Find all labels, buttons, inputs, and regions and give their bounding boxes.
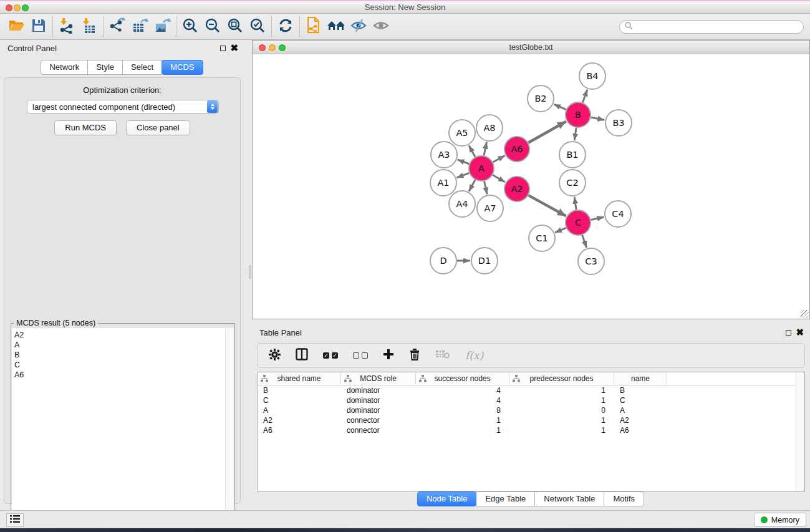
import-table-button[interactable] — [78, 16, 100, 37]
table-row[interactable]: Adominator80A — [258, 405, 804, 415]
edge-A2-C[interactable] — [528, 195, 566, 216]
close-panel-icon[interactable]: ✖ — [230, 45, 238, 51]
search-field[interactable] — [619, 20, 804, 34]
edge-A-A7[interactable] — [484, 181, 487, 195]
edge-B-B1[interactable] — [574, 128, 576, 140]
table-cell[interactable]: C — [258, 395, 341, 405]
show-all-button[interactable] — [370, 16, 392, 37]
table-row[interactable]: Cdominator41C — [258, 395, 804, 405]
function-builder-button[interactable]: f(x) — [465, 349, 483, 362]
column-header-name[interactable]: name — [614, 372, 667, 385]
edge-C-C4[interactable] — [591, 217, 604, 220]
zoom-in-button[interactable] — [179, 16, 201, 37]
edge-B-B2[interactable] — [554, 104, 566, 110]
edge-C-C1[interactable] — [555, 228, 566, 233]
table-cell[interactable]: dominator — [341, 385, 416, 395]
tab-style[interactable]: Style — [87, 60, 123, 75]
float-panel-icon[interactable] — [220, 46, 226, 51]
table-cell[interactable]: dominator — [341, 405, 416, 415]
vertical-splitter-grip[interactable] — [249, 265, 251, 279]
mcds-result-item[interactable]: C — [14, 360, 226, 370]
edge-B-B3[interactable] — [591, 117, 605, 120]
edge-A-A5[interactable] — [469, 145, 475, 157]
table-cell[interactable]: dominator — [341, 395, 416, 405]
tab-node-table[interactable]: Node Table — [417, 491, 477, 506]
open-file-button[interactable] — [5, 16, 27, 37]
table-cell[interactable]: A2 — [614, 415, 667, 425]
table-cell[interactable]: 1 — [416, 425, 509, 435]
edge-A-A4[interactable] — [469, 180, 475, 191]
new-network-from-selection-button[interactable] — [302, 16, 325, 37]
export-table-button[interactable] — [128, 16, 151, 37]
zoom-window-button[interactable] — [22, 4, 29, 11]
mcds-result-item[interactable]: B — [14, 350, 226, 360]
edge-A6-B[interactable] — [528, 122, 566, 143]
zoom-selected-button[interactable] — [246, 16, 269, 37]
table-row[interactable]: Bdominator41B — [258, 385, 804, 395]
float-table-panel-icon[interactable] — [786, 330, 791, 336]
column-header-successor-nodes[interactable]: successor nodes — [416, 372, 509, 385]
edge-C-C2[interactable] — [574, 197, 576, 210]
table-cell[interactable]: connector — [341, 425, 416, 435]
zoom-out-button[interactable] — [201, 16, 224, 37]
column-header-predecessor-nodes[interactable]: predecessor nodes — [509, 372, 614, 385]
edge-A-A6[interactable] — [493, 156, 504, 162]
table-cell[interactable]: A — [258, 405, 341, 415]
tab-network-table[interactable]: Network Table — [534, 491, 604, 506]
table-row[interactable]: A6connector11A6 — [258, 425, 804, 435]
tab-edge-table[interactable]: Edge Table — [476, 491, 535, 506]
zoom-fit-button[interactable] — [224, 16, 246, 37]
delete-column-button[interactable] — [409, 348, 420, 363]
table-cell[interactable]: 1 — [509, 425, 614, 435]
table-row[interactable]: A2connector11A2 — [258, 415, 804, 425]
deselect-all-columns-button[interactable] — [353, 352, 368, 359]
optimization-criterion-select[interactable]: largest connected component (directed) — [27, 100, 219, 114]
table-cell[interactable]: 1 — [509, 415, 614, 425]
edge-A-A8[interactable] — [484, 142, 486, 156]
mcds-result-item[interactable]: A6 — [14, 370, 226, 380]
table-cell[interactable]: 1 — [509, 385, 614, 395]
edge-C-C3[interactable] — [582, 235, 587, 248]
save-session-button[interactable] — [27, 16, 50, 37]
memory-button[interactable]: Memory — [754, 513, 806, 527]
edge-B-B4[interactable] — [582, 90, 587, 103]
table-scrollbar[interactable] — [796, 372, 804, 491]
export-network-button[interactable] — [106, 16, 128, 37]
table-cell[interactable]: A — [614, 405, 667, 415]
mcds-result-item[interactable]: A — [14, 340, 226, 350]
table-cell[interactable]: B — [258, 385, 341, 395]
mcds-result-item[interactable]: A2 — [14, 330, 226, 340]
resize-grip-icon[interactable] — [801, 310, 809, 318]
table-settings-button[interactable] — [269, 349, 281, 363]
tab-motifs[interactable]: Motifs — [604, 491, 644, 506]
run-mcds-button[interactable]: Run MCDS — [54, 120, 117, 135]
table-cell[interactable]: 4 — [416, 385, 509, 395]
table-cell[interactable]: 0 — [509, 405, 614, 415]
network-window-titlebar[interactable]: testGlobe.txt — [253, 41, 809, 54]
refresh-button[interactable] — [274, 16, 297, 37]
tab-select[interactable]: Select — [122, 60, 162, 75]
result-scrollbar[interactable] — [225, 328, 234, 532]
table-cell[interactable]: 8 — [416, 405, 509, 415]
first-neighbors-button[interactable] — [325, 16, 347, 37]
close-window-button[interactable] — [6, 4, 12, 11]
hide-selected-button[interactable] — [347, 16, 370, 37]
table-cell[interactable]: 4 — [416, 395, 509, 405]
tab-mcds[interactable]: MCDS — [162, 60, 203, 75]
table-cell[interactable]: B — [614, 385, 667, 395]
network-graph-canvas[interactable]: AA1A2A3A4A5A6A7A8BB1B2B3B4CC1C2C3C4DD1 — [253, 55, 809, 319]
column-header-shared-name[interactable]: shared name — [258, 372, 341, 385]
network-zoom-button[interactable] — [279, 44, 286, 51]
show-panels-button[interactable] — [6, 513, 24, 527]
network-close-button[interactable] — [259, 44, 266, 51]
edge-A-A3[interactable] — [458, 160, 470, 164]
table-cell[interactable]: connector — [341, 415, 416, 425]
export-image-button[interactable] — [151, 16, 173, 37]
delete-table-button[interactable] — [435, 349, 450, 362]
create-column-button[interactable] — [383, 349, 394, 362]
table-cell[interactable]: C — [614, 395, 667, 405]
titlebar[interactable]: Session: New Session — [0, 1, 810, 14]
column-header-MCDS-role[interactable]: MCDS role — [341, 372, 416, 385]
close-panel-button[interactable]: Close panel — [126, 120, 190, 135]
edge-A-A1[interactable] — [457, 173, 470, 177]
